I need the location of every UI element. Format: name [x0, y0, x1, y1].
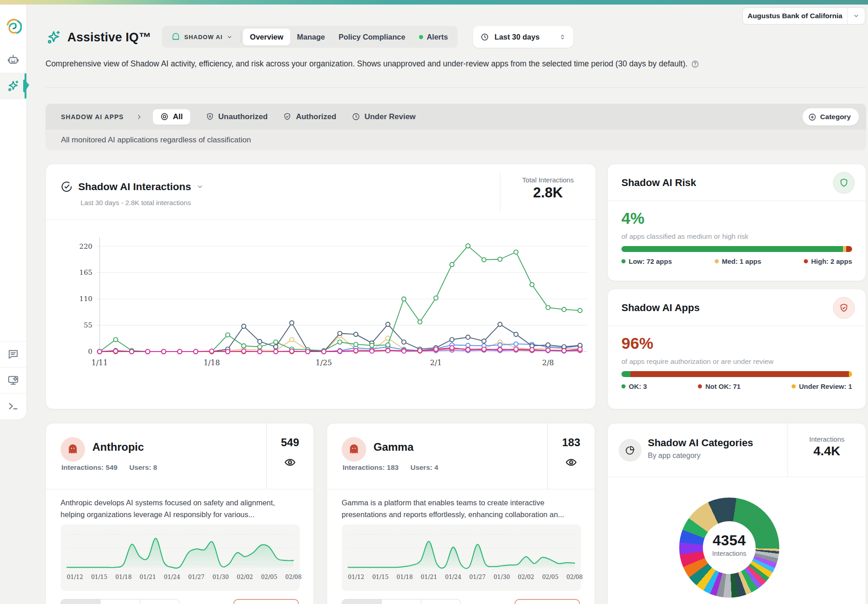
interactions-card-header: Shadow AI Interactions Last 30 days - 2.…: [46, 164, 595, 220]
tab-policy-compliance[interactable]: Policy Compliance: [332, 29, 412, 45]
app-card-anthropic: Anthropic Interactions: 549 Users: 8 549…: [45, 423, 314, 604]
svg-text:220: 220: [79, 242, 92, 251]
page-title: Assistive IQ™: [67, 30, 151, 45]
chevron-down-icon[interactable]: [848, 13, 865, 19]
divider: [45, 87, 866, 88]
filter-authorized[interactable]: Authorized: [283, 112, 336, 121]
donut-center: 4354 Interactions: [703, 521, 756, 574]
product-selector[interactable]: SHADOW AI: [165, 32, 239, 41]
view-app-button[interactable]: [565, 456, 577, 470]
apps-legend: OK: 3Not OK: 71Under Review: 1: [621, 383, 852, 390]
total-interactions-block: Total Interactions 2.8K: [500, 172, 595, 211]
sidebar-item-terminal[interactable]: [0, 393, 26, 419]
org-switcher[interactable]: Augustus Bank of California: [742, 7, 865, 25]
donut-center-value: 4354: [703, 532, 756, 549]
tab-alerts[interactable]: Alerts: [412, 29, 455, 45]
app-count-block: 183: [547, 423, 595, 489]
risk-caption: of apps classified as medium or high ris…: [621, 232, 748, 241]
sparkline-date-label: 02/02: [237, 574, 253, 580]
sidebar-item-device-settings[interactable]: [0, 367, 26, 393]
legend-label: Not OK: 71: [705, 383, 741, 390]
legend-item: OK: 3: [621, 383, 647, 390]
donut-center-label: Interactions: [703, 550, 756, 557]
shield-x-icon: [206, 112, 214, 121]
categories-donut-chart: 4354 Interactions: [679, 498, 779, 598]
pie-chart-icon: [619, 439, 641, 462]
app-range-segmented-control: [61, 599, 180, 604]
segment-option[interactable]: [140, 599, 179, 604]
robot-chat-icon: [6, 53, 20, 67]
eye-target-icon: [160, 112, 169, 121]
ghost-icon: [348, 443, 360, 456]
app-count-block: 549: [266, 423, 313, 489]
sidebar-item-assistant-chat[interactable]: [0, 47, 26, 73]
interactions-line-chart: 0551101652201/111/181/252/12/8: [50, 232, 592, 387]
product-label: SHADOW AI: [184, 34, 222, 40]
app-action-button[interactable]: [515, 599, 580, 604]
legend-label: Low: 72 apps: [629, 257, 672, 265]
filter-all[interactable]: All: [153, 109, 190, 125]
segment-option[interactable]: [61, 599, 101, 604]
logo-swirl-icon: [5, 18, 22, 35]
sparkline-date-label: 01/12: [348, 574, 364, 580]
bar-segment: [849, 371, 852, 377]
sparkline-date-label: 01/18: [396, 574, 413, 580]
legend-item: Med: 1 apps: [715, 257, 762, 265]
svg-text:0: 0: [88, 347, 92, 356]
app-card-header: Anthropic Interactions: 549 Users: 8 549: [46, 423, 313, 489]
filter-unauthorized[interactable]: Unauthorized: [206, 112, 268, 121]
sparkline-date-label: 02/05: [261, 574, 278, 580]
segment-option[interactable]: [101, 599, 140, 604]
shield-check-icon: [839, 303, 849, 313]
sparkline-date-label: 02/05: [542, 574, 559, 580]
filter-under-review[interactable]: Under Review: [352, 112, 415, 121]
app-interactions-stat: Interactions: 183: [343, 463, 399, 472]
bar-segment: [621, 246, 843, 252]
segment-option[interactable]: [342, 599, 382, 604]
sidebar-item-feedback[interactable]: [0, 342, 26, 367]
date-range-value: Last 30 days: [495, 33, 554, 41]
svg-text:110: 110: [79, 295, 92, 303]
app-range-segmented-control: [342, 599, 461, 604]
app-card-gamma: Gamma Interactions: 183 Users: 4 183 Gam…: [327, 423, 595, 604]
app-stats: Interactions: 183 Users: 4: [343, 463, 438, 472]
risk-progress-bar: [621, 246, 852, 252]
legend-item: Low: 72 apps: [621, 257, 672, 265]
assistive-sparkle-icon: [45, 29, 62, 45]
interactions-chart-subtitle: Last 30 days - 2.8K total interactions: [81, 199, 191, 206]
legend-dot: [804, 259, 808, 263]
sparkline-date-label: 01/24: [445, 574, 461, 580]
tab-overview[interactable]: Overview: [243, 29, 290, 45]
help-icon[interactable]: [691, 60, 699, 68]
app-logo[interactable]: [5, 18, 22, 35]
app-action-button[interactable]: [233, 599, 299, 604]
segment-option[interactable]: [421, 599, 460, 604]
sparkline-date-label: 02/02: [518, 574, 534, 580]
filterbar-title: SHADOW AI APPS: [61, 113, 124, 121]
eye-icon: [284, 456, 296, 468]
category-button[interactable]: Category: [802, 108, 859, 126]
sparkline-date-label: 02/08: [285, 574, 302, 580]
eye-icon: [565, 456, 577, 468]
app-name: Anthropic: [92, 441, 144, 453]
date-range-selector[interactable]: Last 30 days: [473, 26, 573, 48]
shadow-ai-risk-card: Shadow AI Risk 4% of apps classified as …: [607, 164, 866, 281]
risk-card-header: Shadow AI Risk: [608, 164, 866, 201]
apps-progress-bar: [621, 371, 852, 377]
svg-text:1/18: 1/18: [203, 358, 220, 367]
interactions-chart-title: Shadow AI Interactions: [78, 181, 191, 193]
sparkline-date-label: 01/27: [469, 574, 486, 580]
terminal-icon: [7, 400, 20, 413]
legend-label: OK: 3: [629, 383, 647, 390]
segment-option[interactable]: [382, 599, 421, 604]
sparkline-date-label: 01/18: [115, 574, 131, 580]
chevron-right-icon: [136, 113, 143, 121]
tab-manage[interactable]: Manage: [290, 29, 332, 45]
view-app-button[interactable]: [284, 456, 296, 470]
chevron-down-icon[interactable]: [197, 183, 203, 190]
sparkline-date-label: 02/08: [566, 574, 583, 580]
sparkline-date-label: 01/15: [372, 574, 389, 580]
sidebar-item-assistive-iq[interactable]: [0, 73, 26, 99]
feedback-comment-icon: [7, 348, 20, 361]
apps-card-title: Shadow AI Apps: [621, 302, 700, 314]
